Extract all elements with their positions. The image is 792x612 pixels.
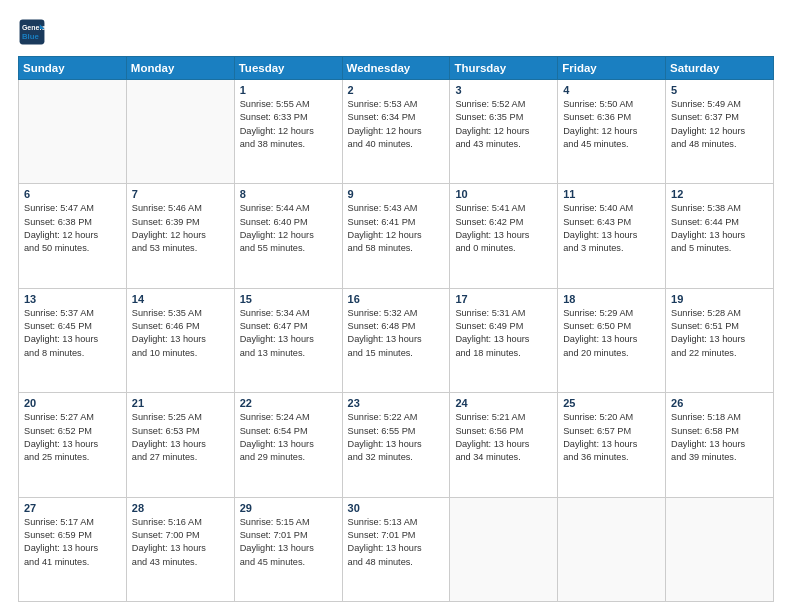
page: General Blue SundayMondayTuesdayWednesda… xyxy=(0,0,792,612)
calendar-cell: 3Sunrise: 5:52 AM Sunset: 6:35 PM Daylig… xyxy=(450,80,558,184)
day-number: 28 xyxy=(132,502,229,514)
weekday-wednesday: Wednesday xyxy=(342,57,450,80)
day-number: 9 xyxy=(348,188,445,200)
header: General Blue xyxy=(18,18,774,46)
day-info: Sunrise: 5:16 AM Sunset: 7:00 PM Dayligh… xyxy=(132,516,229,569)
calendar-cell: 25Sunrise: 5:20 AM Sunset: 6:57 PM Dayli… xyxy=(558,393,666,497)
day-info: Sunrise: 5:20 AM Sunset: 6:57 PM Dayligh… xyxy=(563,411,660,464)
day-number: 21 xyxy=(132,397,229,409)
day-number: 18 xyxy=(563,293,660,305)
day-info: Sunrise: 5:27 AM Sunset: 6:52 PM Dayligh… xyxy=(24,411,121,464)
day-info: Sunrise: 5:31 AM Sunset: 6:49 PM Dayligh… xyxy=(455,307,552,360)
calendar-cell: 6Sunrise: 5:47 AM Sunset: 6:38 PM Daylig… xyxy=(19,184,127,288)
day-number: 26 xyxy=(671,397,768,409)
day-info: Sunrise: 5:25 AM Sunset: 6:53 PM Dayligh… xyxy=(132,411,229,464)
day-number: 16 xyxy=(348,293,445,305)
week-row-1: 6Sunrise: 5:47 AM Sunset: 6:38 PM Daylig… xyxy=(19,184,774,288)
day-info: Sunrise: 5:13 AM Sunset: 7:01 PM Dayligh… xyxy=(348,516,445,569)
calendar-cell xyxy=(19,80,127,184)
calendar-cell: 21Sunrise: 5:25 AM Sunset: 6:53 PM Dayli… xyxy=(126,393,234,497)
calendar-cell: 13Sunrise: 5:37 AM Sunset: 6:45 PM Dayli… xyxy=(19,288,127,392)
day-number: 30 xyxy=(348,502,445,514)
calendar-cell: 12Sunrise: 5:38 AM Sunset: 6:44 PM Dayli… xyxy=(666,184,774,288)
day-number: 14 xyxy=(132,293,229,305)
day-info: Sunrise: 5:38 AM Sunset: 6:44 PM Dayligh… xyxy=(671,202,768,255)
day-number: 2 xyxy=(348,84,445,96)
calendar-cell: 8Sunrise: 5:44 AM Sunset: 6:40 PM Daylig… xyxy=(234,184,342,288)
day-number: 1 xyxy=(240,84,337,96)
day-number: 6 xyxy=(24,188,121,200)
day-info: Sunrise: 5:50 AM Sunset: 6:36 PM Dayligh… xyxy=(563,98,660,151)
day-info: Sunrise: 5:49 AM Sunset: 6:37 PM Dayligh… xyxy=(671,98,768,151)
calendar-cell: 23Sunrise: 5:22 AM Sunset: 6:55 PM Dayli… xyxy=(342,393,450,497)
day-number: 24 xyxy=(455,397,552,409)
calendar-cell: 27Sunrise: 5:17 AM Sunset: 6:59 PM Dayli… xyxy=(19,497,127,601)
day-info: Sunrise: 5:29 AM Sunset: 6:50 PM Dayligh… xyxy=(563,307,660,360)
day-info: Sunrise: 5:40 AM Sunset: 6:43 PM Dayligh… xyxy=(563,202,660,255)
calendar-cell: 30Sunrise: 5:13 AM Sunset: 7:01 PM Dayli… xyxy=(342,497,450,601)
day-info: Sunrise: 5:55 AM Sunset: 6:33 PM Dayligh… xyxy=(240,98,337,151)
day-number: 13 xyxy=(24,293,121,305)
day-info: Sunrise: 5:24 AM Sunset: 6:54 PM Dayligh… xyxy=(240,411,337,464)
week-row-2: 13Sunrise: 5:37 AM Sunset: 6:45 PM Dayli… xyxy=(19,288,774,392)
day-number: 7 xyxy=(132,188,229,200)
calendar-cell: 22Sunrise: 5:24 AM Sunset: 6:54 PM Dayli… xyxy=(234,393,342,497)
calendar-cell: 9Sunrise: 5:43 AM Sunset: 6:41 PM Daylig… xyxy=(342,184,450,288)
weekday-header-row: SundayMondayTuesdayWednesdayThursdayFrid… xyxy=(19,57,774,80)
day-info: Sunrise: 5:46 AM Sunset: 6:39 PM Dayligh… xyxy=(132,202,229,255)
day-number: 27 xyxy=(24,502,121,514)
calendar-cell: 20Sunrise: 5:27 AM Sunset: 6:52 PM Dayli… xyxy=(19,393,127,497)
day-info: Sunrise: 5:17 AM Sunset: 6:59 PM Dayligh… xyxy=(24,516,121,569)
calendar-cell: 5Sunrise: 5:49 AM Sunset: 6:37 PM Daylig… xyxy=(666,80,774,184)
calendar-cell: 7Sunrise: 5:46 AM Sunset: 6:39 PM Daylig… xyxy=(126,184,234,288)
day-number: 15 xyxy=(240,293,337,305)
day-info: Sunrise: 5:32 AM Sunset: 6:48 PM Dayligh… xyxy=(348,307,445,360)
weekday-tuesday: Tuesday xyxy=(234,57,342,80)
calendar-cell: 28Sunrise: 5:16 AM Sunset: 7:00 PM Dayli… xyxy=(126,497,234,601)
calendar-cell: 29Sunrise: 5:15 AM Sunset: 7:01 PM Dayli… xyxy=(234,497,342,601)
day-info: Sunrise: 5:28 AM Sunset: 6:51 PM Dayligh… xyxy=(671,307,768,360)
day-number: 19 xyxy=(671,293,768,305)
weekday-monday: Monday xyxy=(126,57,234,80)
day-number: 29 xyxy=(240,502,337,514)
day-info: Sunrise: 5:53 AM Sunset: 6:34 PM Dayligh… xyxy=(348,98,445,151)
week-row-3: 20Sunrise: 5:27 AM Sunset: 6:52 PM Dayli… xyxy=(19,393,774,497)
calendar-cell: 24Sunrise: 5:21 AM Sunset: 6:56 PM Dayli… xyxy=(450,393,558,497)
calendar-cell: 17Sunrise: 5:31 AM Sunset: 6:49 PM Dayli… xyxy=(450,288,558,392)
logo: General Blue xyxy=(18,18,46,46)
svg-text:Blue: Blue xyxy=(22,32,40,41)
day-info: Sunrise: 5:22 AM Sunset: 6:55 PM Dayligh… xyxy=(348,411,445,464)
calendar-cell: 1Sunrise: 5:55 AM Sunset: 6:33 PM Daylig… xyxy=(234,80,342,184)
calendar-table: SundayMondayTuesdayWednesdayThursdayFrid… xyxy=(18,56,774,602)
day-info: Sunrise: 5:44 AM Sunset: 6:40 PM Dayligh… xyxy=(240,202,337,255)
calendar-cell: 18Sunrise: 5:29 AM Sunset: 6:50 PM Dayli… xyxy=(558,288,666,392)
day-number: 25 xyxy=(563,397,660,409)
weekday-sunday: Sunday xyxy=(19,57,127,80)
day-info: Sunrise: 5:18 AM Sunset: 6:58 PM Dayligh… xyxy=(671,411,768,464)
weekday-friday: Friday xyxy=(558,57,666,80)
weekday-thursday: Thursday xyxy=(450,57,558,80)
day-number: 5 xyxy=(671,84,768,96)
calendar-cell xyxy=(558,497,666,601)
calendar-cell: 4Sunrise: 5:50 AM Sunset: 6:36 PM Daylig… xyxy=(558,80,666,184)
day-info: Sunrise: 5:21 AM Sunset: 6:56 PM Dayligh… xyxy=(455,411,552,464)
week-row-0: 1Sunrise: 5:55 AM Sunset: 6:33 PM Daylig… xyxy=(19,80,774,184)
day-number: 17 xyxy=(455,293,552,305)
day-info: Sunrise: 5:47 AM Sunset: 6:38 PM Dayligh… xyxy=(24,202,121,255)
weekday-saturday: Saturday xyxy=(666,57,774,80)
calendar-cell: 14Sunrise: 5:35 AM Sunset: 6:46 PM Dayli… xyxy=(126,288,234,392)
day-number: 10 xyxy=(455,188,552,200)
day-number: 23 xyxy=(348,397,445,409)
day-number: 11 xyxy=(563,188,660,200)
day-number: 3 xyxy=(455,84,552,96)
calendar-cell: 10Sunrise: 5:41 AM Sunset: 6:42 PM Dayli… xyxy=(450,184,558,288)
day-number: 22 xyxy=(240,397,337,409)
calendar-cell xyxy=(450,497,558,601)
day-number: 12 xyxy=(671,188,768,200)
day-info: Sunrise: 5:34 AM Sunset: 6:47 PM Dayligh… xyxy=(240,307,337,360)
calendar-cell: 2Sunrise: 5:53 AM Sunset: 6:34 PM Daylig… xyxy=(342,80,450,184)
day-info: Sunrise: 5:35 AM Sunset: 6:46 PM Dayligh… xyxy=(132,307,229,360)
day-info: Sunrise: 5:41 AM Sunset: 6:42 PM Dayligh… xyxy=(455,202,552,255)
day-number: 20 xyxy=(24,397,121,409)
day-info: Sunrise: 5:52 AM Sunset: 6:35 PM Dayligh… xyxy=(455,98,552,151)
